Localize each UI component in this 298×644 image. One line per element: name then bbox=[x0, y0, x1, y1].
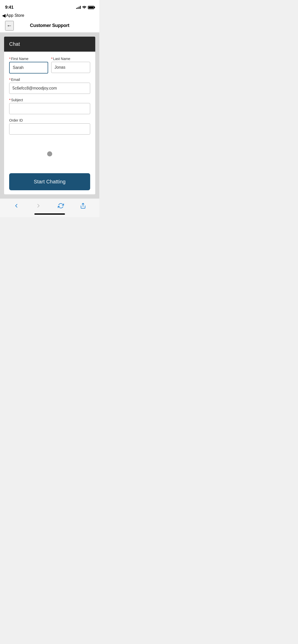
browser-share-button[interactable] bbox=[78, 202, 88, 210]
nav-back-button[interactable]: ← bbox=[5, 21, 14, 31]
status-bar: 9:41 bbox=[0, 0, 99, 13]
loading-indicator bbox=[47, 151, 52, 156]
appstore-nav: ◀ App Store bbox=[0, 13, 99, 20]
last-name-label: * Last Name bbox=[51, 57, 90, 61]
battery-icon bbox=[88, 6, 94, 9]
chat-card: Chat * First Name * Last Name bbox=[4, 37, 95, 194]
subject-input[interactable] bbox=[9, 103, 90, 114]
email-input[interactable] bbox=[9, 83, 90, 94]
appstore-back-arrow-icon: ◀ bbox=[2, 13, 6, 18]
order-id-group: Order ID bbox=[9, 118, 90, 135]
order-id-input[interactable] bbox=[9, 123, 90, 135]
first-name-group: * First Name bbox=[9, 57, 48, 74]
chat-form: * First Name * Last Name * Emai bbox=[4, 52, 95, 194]
order-id-label: Order ID bbox=[9, 118, 90, 122]
chat-header: Chat bbox=[4, 37, 95, 52]
last-name-group: * Last Name bbox=[51, 57, 90, 74]
signal-icon bbox=[76, 6, 81, 9]
subject-label: * Subject bbox=[9, 98, 90, 102]
email-label: * Email bbox=[9, 78, 90, 82]
content-spacer bbox=[9, 139, 90, 169]
chat-section-title: Chat bbox=[9, 41, 20, 47]
appstore-label: App Store bbox=[6, 13, 24, 18]
home-bar bbox=[34, 213, 65, 215]
first-name-label: * First Name bbox=[9, 57, 48, 61]
nav-header: ← Customer Support bbox=[0, 20, 99, 33]
wifi-icon bbox=[82, 5, 86, 9]
main-content: Chat * First Name * Last Name bbox=[0, 33, 99, 198]
email-group: * Email bbox=[9, 78, 90, 94]
browser-back-button[interactable] bbox=[11, 202, 21, 210]
status-icons bbox=[76, 5, 94, 9]
first-name-required-star: * bbox=[9, 57, 10, 61]
browser-reload-button[interactable] bbox=[56, 202, 66, 210]
email-required-star: * bbox=[9, 78, 10, 82]
browser-forward-button[interactable] bbox=[33, 202, 44, 210]
first-name-input[interactable] bbox=[9, 62, 48, 74]
page-title: Customer Support bbox=[30, 23, 70, 28]
appstore-back[interactable]: ◀ App Store bbox=[2, 13, 24, 18]
last-name-required-star: * bbox=[51, 57, 52, 61]
subject-required-star: * bbox=[9, 98, 10, 102]
status-time: 9:41 bbox=[5, 5, 13, 10]
name-row: * First Name * Last Name bbox=[9, 57, 90, 74]
start-chatting-button[interactable]: Start Chatting bbox=[9, 173, 90, 190]
browser-bar bbox=[0, 198, 99, 212]
subject-group: * Subject bbox=[9, 98, 90, 114]
home-indicator bbox=[0, 212, 99, 217]
last-name-input[interactable] bbox=[51, 62, 90, 73]
